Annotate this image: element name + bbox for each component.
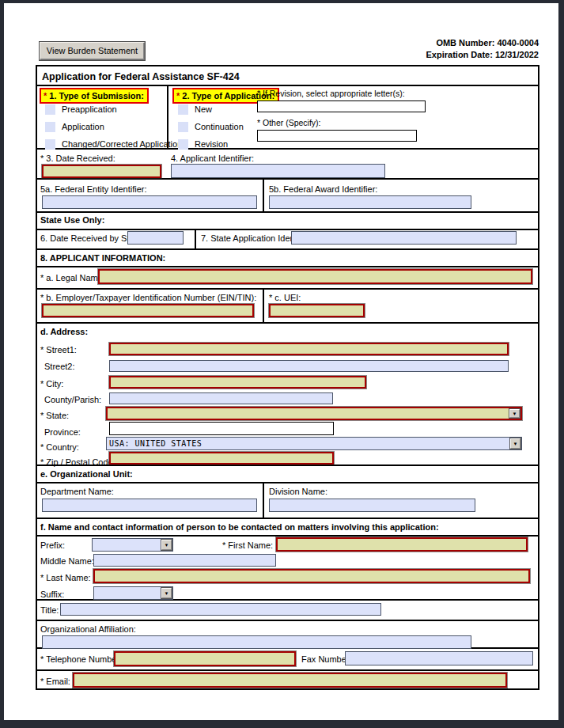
email-field[interactable] xyxy=(73,673,507,688)
checkbox-changed-corrected[interactable] xyxy=(45,139,55,150)
divider xyxy=(263,288,264,322)
country-select[interactable]: USA: UNITED STATES ▼ xyxy=(106,437,522,450)
address-header: d. Address: xyxy=(40,327,88,337)
applicant-information-header: 8. APPLICANT INFORMATION: xyxy=(40,253,165,264)
division-name-field[interactable] xyxy=(269,499,475,512)
revision-letters-label: * If Revision, select appropriate letter… xyxy=(257,89,405,99)
chevron-down-icon[interactable]: ▼ xyxy=(509,409,520,418)
date-received-by-state-field[interactable] xyxy=(127,231,184,245)
divider xyxy=(36,518,539,519)
other-specify-field[interactable] xyxy=(257,130,417,142)
prefix-label: Prefix: xyxy=(40,540,65,551)
county-parish-label: County/Parish: xyxy=(44,395,101,405)
state-use-only-header: State Use Only: xyxy=(40,215,104,226)
state-label: * State: xyxy=(40,411,69,421)
province-field[interactable] xyxy=(109,422,334,435)
checkbox-label: Continuation xyxy=(195,122,244,132)
checkbox-new[interactable] xyxy=(178,104,188,115)
divider xyxy=(167,85,168,148)
legal-name-field[interactable] xyxy=(98,269,532,284)
checkbox-preapplication[interactable] xyxy=(45,104,55,115)
org-affiliation-field[interactable] xyxy=(42,635,471,649)
checkbox-label: Revision xyxy=(195,139,228,150)
divider xyxy=(36,620,539,621)
revision-letters-field[interactable] xyxy=(257,100,426,112)
contact-header: f. Name and contact information of perso… xyxy=(40,522,439,533)
middle-name-field[interactable] xyxy=(93,554,276,567)
zip-postal-code-field[interactable] xyxy=(109,452,334,464)
ein-field[interactable] xyxy=(42,304,254,317)
divider xyxy=(263,178,264,211)
prefix-select[interactable]: ▼ xyxy=(92,538,173,552)
first-name-label: * First Name: xyxy=(222,540,273,551)
required-asterisk: * xyxy=(44,91,47,100)
form-title: Application for Federal Assistance SF-42… xyxy=(42,71,240,82)
checkbox-label: Changed/Corrected Application xyxy=(62,139,182,150)
divider xyxy=(263,482,264,518)
legal-name-label: * a. Legal Name: xyxy=(40,273,105,283)
federal-entity-identifier-label: 5a. Federal Entity Identifier: xyxy=(40,184,147,195)
checkbox-label: Application xyxy=(62,122,104,132)
country-label: * Country: xyxy=(40,442,79,453)
first-name-field[interactable] xyxy=(276,537,528,552)
checkbox-label: Preapplication xyxy=(62,104,117,115)
street1-field[interactable] xyxy=(109,343,509,355)
checkbox-label: New xyxy=(195,104,212,115)
applicant-identifier-label: 4. Applicant Identifier: xyxy=(171,154,254,164)
checkbox-continuation[interactable] xyxy=(178,122,188,132)
zip-postal-code-label: * Zip / Postal Code: xyxy=(40,457,115,468)
federal-entity-identifier-field[interactable] xyxy=(42,195,257,209)
street2-field[interactable] xyxy=(109,360,509,372)
uei-field[interactable] xyxy=(269,304,365,317)
divider xyxy=(36,669,539,671)
divider xyxy=(36,248,539,250)
divider xyxy=(36,288,539,290)
viewer-frame: View Burden Statement OMB Number: 4040-0… xyxy=(0,0,564,728)
chevron-down-icon[interactable]: ▼ xyxy=(161,540,172,550)
org-affiliation-label: Organizational Affiliation: xyxy=(40,624,136,635)
required-asterisk: * xyxy=(176,91,180,100)
applicant-identifier-field[interactable] xyxy=(171,164,385,178)
suffix-label: Suffix: xyxy=(40,590,64,600)
division-name-label: Division Name: xyxy=(269,487,327,497)
divider xyxy=(36,229,539,230)
street2-label: Street2: xyxy=(44,362,75,372)
view-burden-statement-button[interactable]: View Burden Statement xyxy=(40,42,145,60)
email-label: * Email: xyxy=(40,677,70,687)
street1-label: * Street1: xyxy=(40,345,77,355)
title-field[interactable] xyxy=(60,603,381,616)
state-select[interactable]: ▼ xyxy=(106,407,522,420)
type-of-submission-label: * 1. Type of Submission: xyxy=(40,88,149,104)
state-application-identifier-field[interactable] xyxy=(291,231,517,245)
label-text: 1. Type of Submission: xyxy=(49,91,144,100)
divider xyxy=(36,211,539,213)
fax-number-field[interactable] xyxy=(345,651,533,665)
county-parish-field[interactable] xyxy=(109,392,333,404)
title-label: Title: xyxy=(40,605,59,616)
telephone-field[interactable] xyxy=(114,651,296,666)
middle-name-label: Middle Name: xyxy=(40,556,94,567)
last-name-field[interactable] xyxy=(93,569,530,583)
divider xyxy=(36,482,539,483)
chevron-down-icon[interactable]: ▼ xyxy=(161,588,172,598)
document-page: View Burden Statement OMB Number: 4040-0… xyxy=(4,3,558,720)
checkbox-application[interactable] xyxy=(45,122,55,132)
divider xyxy=(36,535,539,537)
checkbox-revision[interactable] xyxy=(178,139,188,150)
country-value: USA: UNITED STATES xyxy=(109,439,202,448)
federal-award-identifier-field[interactable] xyxy=(269,195,471,209)
city-field[interactable] xyxy=(109,376,366,389)
divider xyxy=(36,322,539,324)
chevron-down-icon[interactable]: ▼ xyxy=(510,438,520,449)
expiration-date: Expiration Date: 12/31/2022 xyxy=(317,50,539,59)
ein-label: * b. Employer/Taxpayer Identification Nu… xyxy=(40,293,256,303)
federal-award-identifier-label: 5b. Federal Award Identifier: xyxy=(269,184,377,195)
org-unit-header: e. Organizational Unit: xyxy=(40,469,133,480)
last-name-label: * Last Name: xyxy=(40,573,91,583)
department-name-field[interactable] xyxy=(42,499,257,512)
omb-number: OMB Number: 4040-0004 xyxy=(317,38,539,47)
department-name-label: Department Name: xyxy=(40,487,114,497)
suffix-select[interactable]: ▼ xyxy=(93,586,173,600)
divider xyxy=(36,85,539,86)
date-received-field[interactable] xyxy=(42,165,161,178)
